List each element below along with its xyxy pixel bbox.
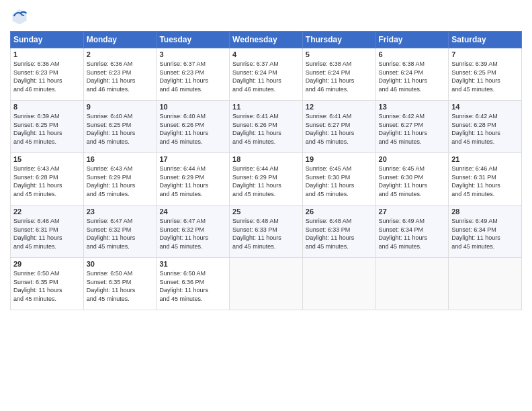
day-info: Sunrise: 6:49 AM Sunset: 6:34 PM Dayligh… (379, 217, 446, 250)
calendar-cell (375, 258, 449, 310)
day-number: 4 (232, 50, 300, 58)
day-info: Sunrise: 6:41 AM Sunset: 6:26 PM Dayligh… (232, 112, 300, 146)
day-info: Sunrise: 6:48 AM Sunset: 6:33 PM Dayligh… (306, 217, 373, 250)
calendar-cell: 19Sunrise: 6:45 AM Sunset: 6:30 PM Dayli… (302, 153, 375, 205)
day-number: 16 (87, 155, 154, 163)
day-info: Sunrise: 6:37 AM Sunset: 6:23 PM Dayligh… (159, 60, 226, 93)
day-number: 18 (232, 155, 300, 163)
day-info: Sunrise: 6:50 AM Sunset: 6:35 PM Dayligh… (13, 269, 81, 303)
day-number: 27 (379, 208, 446, 216)
calendar-table: Sunday Monday Tuesday Wednesday Thursday… (10, 31, 522, 310)
calendar-cell: 11Sunrise: 6:41 AM Sunset: 6:26 PM Dayli… (230, 101, 303, 153)
day-number: 23 (87, 208, 154, 216)
calendar-week-2: 8Sunrise: 6:39 AM Sunset: 6:25 PM Daylig… (11, 101, 522, 153)
day-number: 29 (13, 260, 81, 268)
day-info: Sunrise: 6:45 AM Sunset: 6:30 PM Dayligh… (306, 165, 373, 198)
day-info: Sunrise: 6:38 AM Sunset: 6:24 PM Dayligh… (306, 60, 373, 93)
day-number: 9 (87, 103, 154, 111)
day-info: Sunrise: 6:42 AM Sunset: 6:27 PM Dayligh… (379, 112, 446, 146)
calendar-cell: 9Sunrise: 6:40 AM Sunset: 6:25 PM Daylig… (83, 101, 157, 153)
day-number: 1 (13, 50, 81, 58)
calendar-cell: 24Sunrise: 6:47 AM Sunset: 6:32 PM Dayli… (157, 205, 230, 258)
col-sunday: Sunday (11, 32, 84, 48)
day-info: Sunrise: 6:39 AM Sunset: 6:25 PM Dayligh… (13, 112, 81, 146)
day-number: 20 (379, 155, 446, 163)
calendar-week-4: 22Sunrise: 6:46 AM Sunset: 6:31 PM Dayli… (11, 205, 522, 258)
day-number: 14 (451, 103, 519, 111)
calendar-cell: 27Sunrise: 6:49 AM Sunset: 6:34 PM Dayli… (375, 205, 449, 258)
day-number: 17 (159, 155, 226, 163)
calendar-cell: 26Sunrise: 6:48 AM Sunset: 6:33 PM Dayli… (302, 205, 375, 258)
day-info: Sunrise: 6:46 AM Sunset: 6:31 PM Dayligh… (451, 165, 519, 198)
calendar-week-1: 1Sunrise: 6:36 AM Sunset: 6:23 PM Daylig… (11, 48, 522, 101)
day-info: Sunrise: 6:49 AM Sunset: 6:34 PM Dayligh… (451, 217, 519, 250)
day-info: Sunrise: 6:36 AM Sunset: 6:23 PM Dayligh… (87, 60, 154, 93)
calendar-week-3: 15Sunrise: 6:43 AM Sunset: 6:28 PM Dayli… (11, 153, 522, 205)
day-number: 25 (232, 208, 300, 216)
day-number: 31 (159, 260, 226, 268)
calendar-cell: 5Sunrise: 6:38 AM Sunset: 6:24 PM Daylig… (302, 48, 375, 101)
day-number: 26 (306, 208, 373, 216)
day-info: Sunrise: 6:44 AM Sunset: 6:29 PM Dayligh… (159, 165, 226, 198)
day-info: Sunrise: 6:50 AM Sunset: 6:36 PM Dayligh… (159, 269, 226, 303)
day-number: 11 (232, 103, 300, 111)
col-wednesday: Wednesday (230, 32, 303, 48)
day-info: Sunrise: 6:50 AM Sunset: 6:35 PM Dayligh… (87, 269, 154, 303)
day-number: 7 (451, 50, 519, 58)
calendar-cell: 10Sunrise: 6:40 AM Sunset: 6:26 PM Dayli… (157, 101, 230, 153)
day-info: Sunrise: 6:43 AM Sunset: 6:29 PM Dayligh… (87, 165, 154, 198)
day-number: 19 (306, 155, 373, 163)
day-number: 12 (306, 103, 373, 111)
calendar-cell: 16Sunrise: 6:43 AM Sunset: 6:29 PM Dayli… (83, 153, 157, 205)
calendar-cell: 22Sunrise: 6:46 AM Sunset: 6:31 PM Dayli… (11, 205, 84, 258)
day-number: 8 (13, 103, 81, 111)
calendar-cell (302, 258, 375, 310)
day-number: 15 (13, 155, 81, 163)
day-info: Sunrise: 6:40 AM Sunset: 6:25 PM Dayligh… (87, 112, 154, 146)
col-thursday: Thursday (302, 32, 375, 48)
page: Sunday Monday Tuesday Wednesday Thursday… (0, 0, 532, 411)
calendar-cell: 31Sunrise: 6:50 AM Sunset: 6:36 PM Dayli… (157, 258, 230, 310)
day-info: Sunrise: 6:44 AM Sunset: 6:29 PM Dayligh… (232, 165, 300, 198)
day-number: 2 (87, 50, 154, 58)
day-info: Sunrise: 6:38 AM Sunset: 6:24 PM Dayligh… (379, 60, 446, 93)
calendar-cell: 29Sunrise: 6:50 AM Sunset: 6:35 PM Dayli… (11, 258, 84, 310)
logo (10, 7, 32, 26)
col-friday: Friday (375, 32, 449, 48)
calendar-cell: 12Sunrise: 6:41 AM Sunset: 6:27 PM Dayli… (302, 101, 375, 153)
day-number: 5 (306, 50, 373, 58)
day-info: Sunrise: 6:43 AM Sunset: 6:28 PM Dayligh… (13, 165, 81, 198)
day-number: 21 (451, 155, 519, 163)
day-number: 30 (87, 260, 154, 268)
calendar-cell (449, 258, 522, 310)
day-info: Sunrise: 6:47 AM Sunset: 6:32 PM Dayligh… (159, 217, 226, 250)
calendar-cell: 18Sunrise: 6:44 AM Sunset: 6:29 PM Dayli… (230, 153, 303, 205)
calendar-cell: 15Sunrise: 6:43 AM Sunset: 6:28 PM Dayli… (11, 153, 84, 205)
day-info: Sunrise: 6:37 AM Sunset: 6:24 PM Dayligh… (232, 60, 300, 93)
day-info: Sunrise: 6:47 AM Sunset: 6:32 PM Dayligh… (87, 217, 154, 250)
calendar-cell (230, 258, 303, 310)
calendar-cell: 30Sunrise: 6:50 AM Sunset: 6:35 PM Dayli… (83, 258, 157, 310)
col-monday: Monday (83, 32, 157, 48)
calendar-cell: 2Sunrise: 6:36 AM Sunset: 6:23 PM Daylig… (83, 48, 157, 101)
generalblue-icon (10, 7, 29, 26)
header-row: Sunday Monday Tuesday Wednesday Thursday… (11, 32, 522, 48)
day-info: Sunrise: 6:36 AM Sunset: 6:23 PM Dayligh… (13, 60, 81, 93)
day-number: 3 (159, 50, 226, 58)
calendar-cell: 6Sunrise: 6:38 AM Sunset: 6:24 PM Daylig… (375, 48, 449, 101)
calendar-cell: 8Sunrise: 6:39 AM Sunset: 6:25 PM Daylig… (11, 101, 84, 153)
calendar-cell: 1Sunrise: 6:36 AM Sunset: 6:23 PM Daylig… (11, 48, 84, 101)
col-saturday: Saturday (449, 32, 522, 48)
calendar-cell: 13Sunrise: 6:42 AM Sunset: 6:27 PM Dayli… (375, 101, 449, 153)
day-info: Sunrise: 6:48 AM Sunset: 6:33 PM Dayligh… (232, 217, 300, 250)
calendar-cell: 7Sunrise: 6:39 AM Sunset: 6:25 PM Daylig… (449, 48, 522, 101)
day-number: 10 (159, 103, 226, 111)
calendar-cell: 4Sunrise: 6:37 AM Sunset: 6:24 PM Daylig… (230, 48, 303, 101)
day-number: 13 (379, 103, 446, 111)
calendar-cell: 20Sunrise: 6:45 AM Sunset: 6:30 PM Dayli… (375, 153, 449, 205)
day-number: 22 (13, 208, 81, 216)
day-info: Sunrise: 6:42 AM Sunset: 6:28 PM Dayligh… (451, 112, 519, 146)
day-info: Sunrise: 6:45 AM Sunset: 6:30 PM Dayligh… (379, 165, 446, 198)
day-number: 24 (159, 208, 226, 216)
col-tuesday: Tuesday (157, 32, 230, 48)
